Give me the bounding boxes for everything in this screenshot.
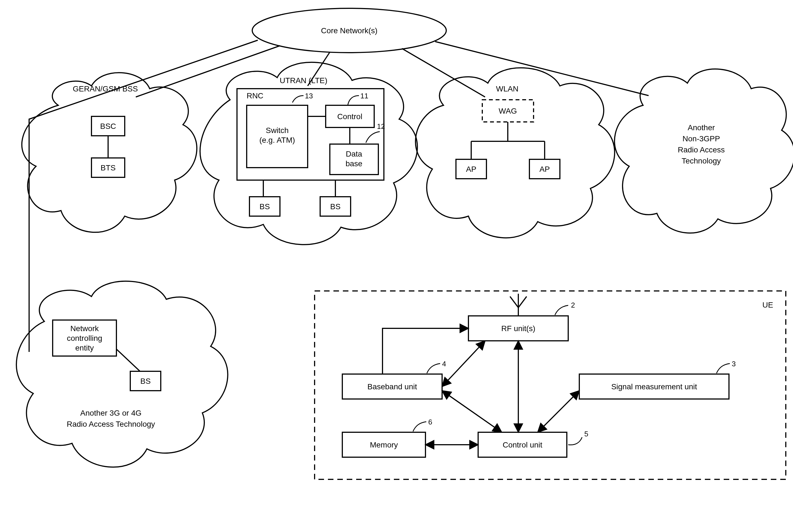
bsc-label: BSC <box>100 122 116 131</box>
ref4-label: 4 <box>442 360 446 368</box>
geran-title: GERAN/GSM BSS <box>73 84 138 93</box>
non3gpp-line2: Non-3GPP <box>682 134 720 143</box>
ue-title: UE <box>762 301 773 309</box>
utran-bs2-label: BS <box>330 202 340 211</box>
core-to-wlan-line <box>402 49 485 97</box>
non3gpp-line3: Radio Access <box>678 146 725 154</box>
switch-label-2: (e.g. ATM) <box>260 136 295 144</box>
database-label-1: Data <box>346 150 362 158</box>
rf-unit-label: RF unit(s) <box>502 324 535 333</box>
ref3-lead <box>717 363 730 373</box>
baseband-control-link <box>442 391 502 432</box>
baseband-to-rf-arrow <box>382 328 468 374</box>
control-unit-label: Control unit <box>503 440 542 449</box>
non3gpp-line1: Another <box>688 123 715 132</box>
bts-label: BTS <box>101 164 116 172</box>
ref5-label: 5 <box>584 430 588 438</box>
ref2-label: 2 <box>571 301 575 309</box>
signal-control-link <box>538 391 579 432</box>
utran-bs1-label: BS <box>260 202 270 211</box>
core-to-3g4g-line <box>29 40 258 352</box>
another-caption-1: Another 3G or 4G <box>80 409 141 417</box>
ref6-label: 6 <box>428 418 432 426</box>
nce-label-1: Network <box>70 324 99 333</box>
ref5-lead <box>568 437 582 445</box>
core-network-label: Core Network(s) <box>321 26 378 35</box>
wlan-ap2-label: AP <box>540 165 550 173</box>
wlan-ap1-label: AP <box>466 165 476 173</box>
rf-baseband-link <box>442 341 485 386</box>
antenna-left <box>510 297 518 307</box>
wag-label: WAG <box>499 107 517 115</box>
another-caption-2: Radio Access Technology <box>67 420 155 429</box>
another-3g4g-cloud: Network controlling entity BS Another 3G… <box>16 281 228 467</box>
nce-bs-line <box>116 349 140 371</box>
ref3-label: 3 <box>732 360 736 368</box>
nce-label-3: entity <box>75 344 94 352</box>
ref13-label: 13 <box>305 92 313 100</box>
core-to-non3gpp-line <box>435 41 648 96</box>
control-label: Control <box>337 112 362 121</box>
wlan-title: WLAN <box>496 84 518 93</box>
geran-cloud: GERAN/GSM BSS BSC BTS <box>22 73 197 232</box>
nce-label-2: controlling <box>67 334 102 342</box>
database-label-2: base <box>346 159 362 168</box>
another-bs-label: BS <box>140 377 151 385</box>
memory-label: Memory <box>370 440 398 449</box>
baseband-label: Baseband unit <box>367 382 417 391</box>
switch-label-1: Switch <box>266 126 288 135</box>
utran-cloud: UTRAN (LTE) RNC 13 Switch (e.g. ATM) Con… <box>200 62 417 245</box>
diagram-canvas: Core Network(s) GERAN/GSM BSS BSC BTS UT… <box>0 0 793 532</box>
rnc-label: RNC <box>247 92 264 100</box>
ref2-lead <box>555 305 568 315</box>
ref6-lead <box>413 422 426 432</box>
ref11-label: 11 <box>360 92 369 100</box>
wlan-cloud: WLAN WAG AP AP <box>415 68 615 238</box>
ue-box: UE RF unit(s) 2 Baseband unit 4 Signal m… <box>315 291 786 479</box>
signal-label: Signal measurement unit <box>611 382 697 391</box>
antenna-right <box>518 297 527 307</box>
ref4-lead <box>427 363 440 373</box>
non3gpp-line4: Technology <box>682 156 721 165</box>
ref12-label: 12 <box>377 122 385 131</box>
utran-title: UTRAN (LTE) <box>280 76 327 85</box>
